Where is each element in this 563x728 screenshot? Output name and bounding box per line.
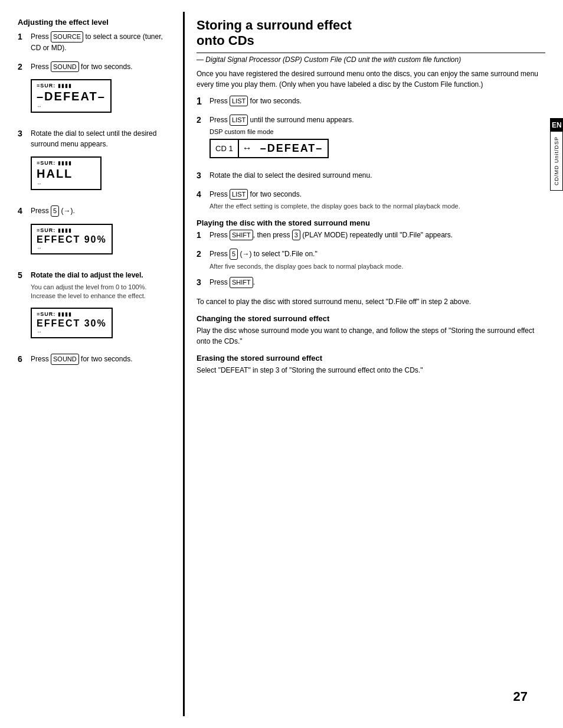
- step-content: Press SOUND for two seconds.: [31, 354, 171, 367]
- step-content: Rotate the dial to select until the desi…: [31, 128, 171, 200]
- sound-key: SOUND: [51, 61, 79, 73]
- five-key-p: 5: [230, 249, 238, 260]
- step-content: Press LIST for two seconds. After the ef…: [210, 189, 545, 211]
- left-column: Adjusting the effect level 1 Press SOURC…: [0, 12, 183, 716]
- changing-text: Play the disc whose surround mode you wa…: [197, 325, 545, 347]
- step-content: Press SHIFT, then press 3 (PLAY MODE) re…: [210, 230, 545, 243]
- side-tab-en: EN: [551, 119, 562, 132]
- lcd-row1: ≡SUR: ▮▮▮▮: [37, 227, 107, 233]
- step-text: Rotate the dial to select until the desi…: [31, 128, 171, 149]
- lcd-display-4: ≡SUR: ▮▮▮▮ EFFECT 90% ↔: [31, 220, 171, 258]
- dsp-display: CD 1 ↔ –DEFEAT–: [210, 139, 329, 158]
- shift-key-1: SHIFT: [230, 230, 253, 241]
- erasing-text: Select "DEFEAT" in step 3 of "Storing th…: [197, 365, 545, 376]
- left-step-6: 6 Press SOUND for two seconds.: [18, 354, 171, 367]
- step-content: Press 5 (→) to select "D.File on." After…: [210, 249, 545, 271]
- left-step-5: 5 Rotate the dial to adjust the level. Y…: [18, 270, 171, 348]
- right-column: Storing a surround effect onto CDs — Dig…: [183, 12, 563, 716]
- lcd-box: ≡SUR: ▮▮▮▮ EFFECT 30% ↔: [31, 308, 113, 338]
- page-number: 27: [513, 689, 528, 704]
- right-step-2: 2 Press LIST until the surround menu app…: [197, 115, 545, 164]
- sound-key-6: SOUND: [51, 354, 79, 365]
- five-key: 5: [51, 205, 59, 217]
- step-text: Press 5 (→).: [31, 205, 171, 217]
- cancel-text: To cancel to play the disc with stored s…: [197, 296, 545, 307]
- adj-title: Adjusting the effect level: [18, 18, 171, 27]
- step-num: 1: [197, 96, 207, 107]
- left-step-3: 3 Rotate the dial to select until the de…: [18, 128, 171, 200]
- step-num: 6: [18, 354, 28, 364]
- step-text: Press SOURCE to select a source (tuner, …: [31, 31, 171, 53]
- step-num: 5: [18, 270, 28, 280]
- side-tab: EN CD/MD Unit/DSP: [550, 118, 563, 191]
- erasing-title: Erasing the stored surround effect: [197, 354, 545, 363]
- playing-step-2: 2 Press 5 (→) to select "D.File on." Aft…: [197, 249, 545, 271]
- step-num: 3: [197, 278, 207, 287]
- subtitle: — Digital Signal Processor (DSP) Custom …: [197, 53, 545, 64]
- step-text: Press LIST for two seconds.: [210, 96, 545, 107]
- playing-title: Playing the disc with the stored surroun…: [197, 218, 545, 227]
- step-num: 4: [197, 190, 207, 199]
- step-content: Press LIST until the surround menu appea…: [210, 115, 545, 164]
- step-num: 2: [197, 115, 207, 125]
- list-key-2: LIST: [230, 115, 248, 126]
- step-text: Press LIST for two seconds.: [210, 189, 545, 200]
- step-text: Press SHIFT.: [210, 277, 545, 288]
- list-key-4: LIST: [230, 189, 248, 200]
- step-content: Rotate the dial to adjust the level. You…: [31, 270, 171, 348]
- right-step-1: 1 Press LIST for two seconds.: [197, 96, 545, 109]
- lcd-display-2: ≡SUR: ▮▮▮▮ –DEFEAT– ↔: [31, 76, 171, 116]
- step-content: Press 5 (→). ≡SUR: ▮▮▮▮ EFFECT 90% ↔: [31, 205, 171, 264]
- left-step-4: 4 Press 5 (→). ≡SUR: ▮▮▮▮ EFFECT 90% ↔: [18, 205, 171, 264]
- step-num: 3: [18, 129, 28, 138]
- dsp-cd-cell: CD 1: [211, 140, 239, 157]
- lcd-display-5: ≡SUR: ▮▮▮▮ EFFECT 30% ↔: [31, 304, 171, 342]
- step-content: Press LIST for two seconds.: [210, 96, 545, 109]
- lcd-box: ≡SUR: ▮▮▮▮ –DEFEAT– ↔: [31, 79, 112, 113]
- step-text: Rotate the dial to adjust the level.: [31, 270, 171, 280]
- left-step-1: 1 Press SOURCE to select a source (tuner…: [18, 31, 171, 56]
- right-step-4: 4 Press LIST for two seconds. After the …: [197, 189, 545, 211]
- lcd-box: ≡SUR: ▮▮▮▮ EFFECT 90% ↔: [31, 224, 113, 254]
- lcd-row2: –DEFEAT–: [37, 90, 106, 103]
- step-text: Press SHIFT, then press 3 (PLAY MODE) re…: [210, 230, 545, 241]
- lcd-row2: EFFECT 30%: [37, 318, 107, 329]
- list-key-1: LIST: [230, 96, 248, 107]
- step-num: 2: [197, 249, 207, 259]
- lcd-row1: ≡SUR: ▮▮▮▮: [37, 83, 106, 89]
- dsp-arrow-icon: ↔: [239, 140, 256, 157]
- three-key: 3: [292, 230, 300, 241]
- step-subtext: After five seconds, the display goes bac…: [210, 262, 545, 271]
- dsp-text: –DEFEAT–: [256, 140, 328, 157]
- left-step-2: 2 Press SOUND for two seconds. ≡SUR: ▮▮▮…: [18, 61, 171, 123]
- step-text: Press SOUND for two seconds.: [31, 354, 171, 365]
- step-num: 4: [18, 206, 28, 216]
- step-num: 3: [197, 171, 207, 180]
- step-content: Rotate the dial to select the desired su…: [210, 170, 545, 183]
- lcd-row2: EFFECT 90%: [37, 234, 107, 245]
- intro-text: Once you have registered the desired sur…: [197, 68, 545, 90]
- step-text: Press SOUND for two seconds.: [31, 61, 171, 73]
- step-text: Press LIST until the surround menu appea…: [210, 115, 545, 126]
- step-content: Press SHIFT.: [210, 277, 545, 290]
- section-title: Storing a surround effect onto CDs: [197, 18, 545, 49]
- step-subtext: You can adjust the level from 0 to 100%.…: [31, 283, 171, 301]
- lcd-row1: ≡SUR: ▮▮▮▮: [37, 160, 96, 166]
- lcd-display-3: ≡SUR: ▮▮▮▮ HALL ↔: [31, 153, 171, 194]
- lcd-row1: ≡SUR: ▮▮▮▮: [37, 311, 107, 317]
- side-tab-label: CD/MD Unit/DSP: [552, 132, 561, 190]
- lcd-row2: HALL: [37, 167, 96, 181]
- source-key: SOURCE: [51, 31, 83, 43]
- playing-step-3: 3 Press SHIFT.: [197, 277, 545, 290]
- step-subtext: After the effect setting is complete, th…: [210, 202, 545, 211]
- step-num: 1: [197, 230, 207, 240]
- page-container: Adjusting the effect level 1 Press SOURC…: [0, 0, 563, 728]
- step-content: Press SOURCE to select a source (tuner, …: [31, 31, 171, 56]
- step-num: 1: [18, 32, 28, 41]
- step-text: Press 5 (→) to select "D.File on.": [210, 249, 545, 260]
- shift-key-3: SHIFT: [230, 277, 253, 288]
- right-step-3: 3 Rotate the dial to select the desired …: [197, 170, 545, 183]
- playing-step-1: 1 Press SHIFT, then press 3 (PLAY MODE) …: [197, 230, 545, 243]
- step-content: Press SOUND for two seconds. ≡SUR: ▮▮▮▮ …: [31, 61, 171, 123]
- dsp-label: DSP custom file mode: [210, 128, 545, 135]
